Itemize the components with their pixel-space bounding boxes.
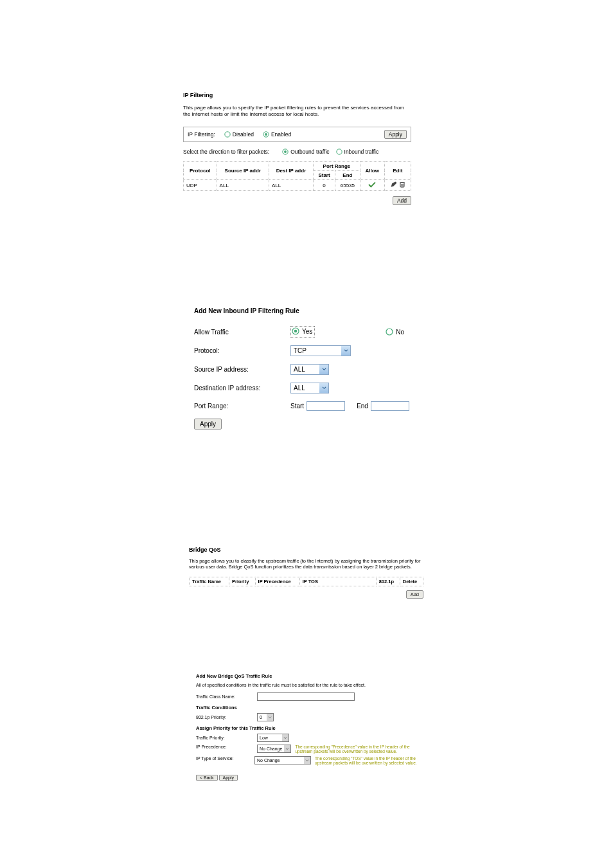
select-traffic-priority[interactable]: Low — [257, 734, 289, 742]
dropdown-arrow-icon — [319, 365, 328, 374]
input-traffic-class-name[interactable] — [257, 692, 355, 701]
dropdown-arrow-icon — [319, 383, 328, 393]
radio-allow-yes[interactable]: Yes — [292, 327, 312, 335]
apply-button[interactable]: Apply — [219, 775, 238, 781]
col-protocol: Protocol — [184, 162, 217, 180]
qos-table: Traffic Name Priority IP Precedence IP T… — [189, 577, 423, 586]
apply-button[interactable]: Apply — [384, 130, 407, 139]
col-delete: Delete — [400, 577, 423, 586]
label-8021p-priority: 802.1p Priority: — [196, 715, 257, 719]
add-bridge-qos-title: Add New Bridge QoS Traffic Rule — [196, 673, 431, 679]
add-inbound-title: Add New Inbound IP Filtering Rule — [194, 307, 416, 314]
label-protocol: Protocol: — [194, 347, 290, 354]
dropdown-arrow-icon — [341, 346, 350, 356]
label-allow-traffic: Allow Traffic — [194, 329, 290, 336]
svg-point-2 — [265, 133, 267, 136]
cell-protocol: UDP — [184, 180, 217, 191]
bridge-qos-desc: This page allows you to classify the ups… — [189, 558, 423, 570]
delete-icon[interactable] — [399, 183, 405, 189]
col-ip-tos: IP TOS — [299, 577, 376, 586]
label-start: Start — [290, 402, 304, 410]
radio-on-icon — [282, 149, 289, 155]
select-8021p-priority[interactable]: 0 — [257, 713, 274, 721]
radio-off-icon — [386, 328, 393, 336]
label-port-range: Port Range: — [194, 402, 290, 410]
add-bridge-qos-panel: Add New Bridge QoS Traffic Rule All of s… — [196, 673, 431, 781]
select-ip-precedence[interactable]: No Change — [257, 745, 291, 753]
label-source-ip: Source IP address: — [194, 366, 290, 373]
col-source: Source IP addr — [217, 162, 269, 180]
filter-table: Protocol Source IP addr Dest IP addr Por… — [183, 161, 411, 191]
note-ip-tos: The corresponding "TOS" value in the IP … — [315, 756, 431, 765]
cell-source: ALL — [217, 180, 269, 191]
col-dest: Dest IP addr — [269, 162, 313, 180]
col-ip-precedence: IP Precedence — [255, 577, 299, 586]
svg-rect-6 — [400, 183, 404, 187]
radio-disabled[interactable]: Disabled — [224, 131, 254, 138]
table-row: UDP ALL ALL 0 65535 — [184, 180, 411, 191]
table-header-row: Protocol Source IP addr Dest IP addr Por… — [184, 162, 411, 171]
cell-start: 0 — [314, 180, 335, 191]
input-port-end[interactable] — [371, 401, 409, 411]
ip-filtering-title: IP Filtering — [183, 92, 411, 98]
label-traffic-priority: Traffic Priority: — [196, 736, 257, 740]
bridge-qos-title: Bridge QoS — [189, 547, 423, 553]
row-port-range: Port Range: Start End — [194, 401, 416, 411]
svg-point-5 — [336, 149, 341, 154]
select-source-ip[interactable]: ALL — [290, 364, 329, 375]
ip-filtering-desc: This page allows you to specify the IP p… — [183, 105, 408, 118]
row-protocol: Protocol: TCP — [194, 345, 416, 356]
col-allow: Allow — [360, 162, 384, 180]
cell-end: 65535 — [335, 180, 360, 191]
dropdown-arrow-icon — [282, 734, 289, 741]
col-priority: Priority — [229, 577, 256, 586]
apply-button[interactable]: Apply — [194, 419, 222, 429]
allow-yes-wrap: Yes — [290, 326, 315, 338]
cell-edit — [384, 180, 411, 191]
cell-dest: ALL — [269, 180, 313, 191]
direction-label: Select the direction to filter packets: — [183, 149, 269, 155]
ip-filtering-panel: IP Filtering This page allows you to spe… — [183, 92, 411, 205]
svg-point-0 — [225, 132, 230, 137]
cell-allow — [360, 180, 384, 191]
row-dest-ip: Destination IP address: ALL — [194, 383, 416, 393]
svg-point-12 — [386, 329, 393, 335]
add-button[interactable]: Add — [393, 196, 411, 205]
select-dest-ip[interactable]: ALL — [290, 383, 329, 393]
traffic-conditions-heading: Traffic Conditions — [196, 705, 431, 710]
radio-enabled[interactable]: Enabled — [263, 131, 291, 138]
table-header-row: Traffic Name Priority IP Precedence IP T… — [190, 577, 423, 586]
row-traffic-class-name: Traffic Class Name: — [196, 692, 431, 701]
row-ip-precedence: IP Precedence: No Change The correspondi… — [196, 745, 431, 754]
radio-off-icon — [336, 149, 342, 155]
svg-point-11 — [294, 330, 298, 333]
select-ip-tos[interactable]: No Change — [254, 756, 311, 764]
dropdown-arrow-icon — [267, 714, 273, 721]
row-8021p-priority: 802.1p Priority: 0 — [196, 713, 431, 721]
col-port-range: Port Range — [314, 162, 360, 171]
direction-row: Select the direction to filter packets: … — [183, 149, 411, 155]
label-ip-precedence: IP Precedence: — [196, 745, 257, 749]
svg-point-4 — [284, 150, 287, 153]
back-button[interactable]: < Back — [196, 775, 218, 781]
assign-priority-heading: Assign Priority for this Traffic Rule — [196, 725, 431, 731]
input-port-start[interactable] — [306, 401, 345, 411]
edit-icon[interactable] — [390, 183, 398, 189]
col-traffic-name: Traffic Name — [190, 577, 229, 586]
bridge-qos-panel: Bridge QoS This page allows you to class… — [189, 547, 423, 599]
radio-inbound[interactable]: Inbound traffic — [336, 149, 379, 155]
select-protocol[interactable]: TCP — [290, 345, 351, 356]
dropdown-arrow-icon — [304, 757, 310, 764]
row-ip-tos: IP Type of Service: No Change The corres… — [196, 756, 431, 765]
radio-outbound[interactable]: Outbound traffic — [282, 149, 329, 155]
radio-on-icon — [263, 131, 269, 138]
check-icon — [368, 181, 376, 188]
add-button[interactable]: Add — [406, 590, 423, 599]
row-source-ip: Source IP address: ALL — [194, 364, 416, 375]
dropdown-arrow-icon — [284, 745, 290, 752]
row-allow-traffic: Allow Traffic Yes No — [194, 326, 416, 338]
label-traffic-class-name: Traffic Class Name: — [196, 694, 257, 699]
add-inbound-rule-panel: Add New Inbound IP Filtering Rule Allow … — [194, 307, 416, 429]
radio-allow-no[interactable]: No — [386, 328, 404, 336]
col-edit: Edit — [384, 162, 411, 180]
